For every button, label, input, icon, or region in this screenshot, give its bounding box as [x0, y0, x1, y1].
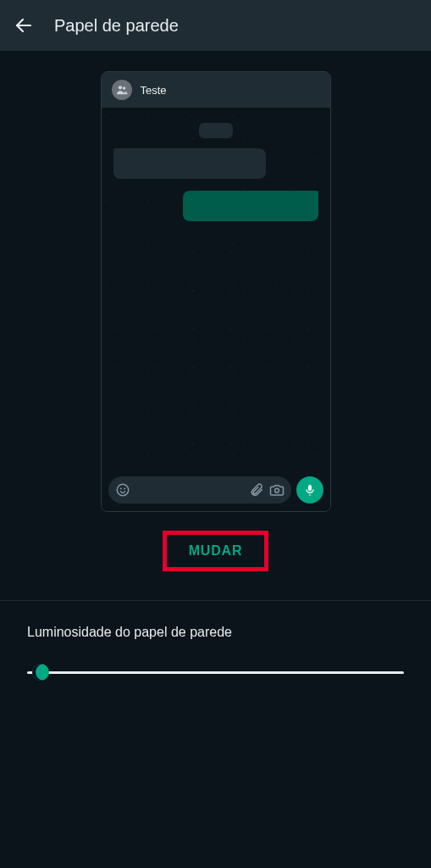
camera-icon [269, 482, 285, 498]
back-arrow-icon[interactable] [14, 15, 34, 36]
mic-button-icon [296, 476, 323, 504]
incoming-bubble [113, 148, 266, 179]
slider-track [27, 671, 404, 674]
preview-input-bar [102, 474, 330, 511]
preview-chat-area [102, 108, 330, 474]
preview-contact-name: Teste [141, 84, 167, 97]
svg-point-2 [123, 86, 125, 89]
change-button-highlight: MUDAR [163, 531, 269, 571]
date-badge [199, 123, 233, 138]
svg-point-5 [124, 488, 125, 490]
brightness-section: Luminosidade do papel de parede [0, 601, 431, 682]
page-title: Papel de parede [54, 16, 179, 36]
wallpaper-preview: Teste [101, 71, 331, 512]
preview-chat-header: Teste [102, 72, 330, 108]
outgoing-bubble [183, 191, 318, 221]
content: Teste MUDA [0, 51, 431, 682]
attachment-icon [249, 482, 264, 498]
emoji-icon [115, 482, 130, 498]
group-avatar-icon [112, 80, 132, 100]
brightness-label: Luminosidade do papel de parede [27, 625, 404, 640]
svg-point-1 [118, 86, 121, 89]
svg-point-4 [119, 488, 121, 490]
svg-point-6 [274, 488, 279, 492]
change-button[interactable]: MUDAR [189, 543, 243, 559]
brightness-slider[interactable] [27, 662, 404, 682]
svg-point-3 [117, 484, 129, 496]
slider-thumb[interactable] [32, 664, 49, 681]
topbar: Papel de parede [0, 0, 431, 51]
message-input [108, 476, 291, 504]
